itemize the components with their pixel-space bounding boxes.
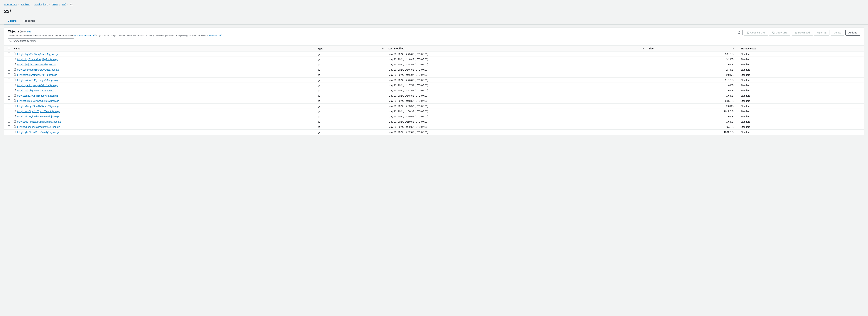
- copy-icon: [747, 31, 749, 34]
- external-icon: [220, 35, 222, 36]
- cell-type: gz: [316, 98, 387, 104]
- cell-modified: May 23, 2024, 14:53:52 (UTC-07:00): [387, 104, 647, 109]
- tab-properties[interactable]: Properties: [20, 17, 39, 25]
- open-button[interactable]: Open: [814, 30, 830, 36]
- cell-size: 918.0 B: [647, 77, 737, 83]
- file-icon: [14, 78, 16, 81]
- row-checkbox[interactable]: [8, 94, 10, 97]
- row-checkbox[interactable]: [8, 131, 10, 133]
- row-checkbox[interactable]: [8, 58, 10, 60]
- refresh-button[interactable]: [736, 30, 743, 35]
- file-icon: [14, 115, 16, 118]
- object-link[interactable]: 01hykpqtjsnkgbterzq1bdxk0t.json.gz: [17, 89, 56, 92]
- cell-size: 2.0 KB: [647, 104, 737, 109]
- object-link[interactable]: 01hykpyhe9fess29zer6ww1y1k.json.gz: [17, 131, 59, 134]
- desc-text-1: Objects are the fundamental entities sto…: [8, 34, 74, 37]
- row-checkbox[interactable]: [8, 68, 10, 71]
- row-checkbox[interactable]: [8, 115, 10, 117]
- cell-type: gz: [316, 62, 387, 67]
- row-checkbox[interactable]: [8, 52, 10, 55]
- row-checkbox[interactable]: [8, 105, 10, 107]
- chevron-right-icon: 〉: [31, 3, 33, 6]
- cell-size: 2.4 KB: [647, 67, 737, 72]
- cell-storage: Standard: [737, 83, 864, 88]
- cell-modified: May 23, 2024, 14:46:07 (UTC-07:00): [387, 77, 647, 83]
- object-link[interactable]: 01hykpvfrmkyh61hen6v29v9sk.json.gz: [17, 115, 59, 118]
- col-name[interactable]: Name▲: [12, 46, 316, 51]
- svg-point-2: [10, 40, 11, 41]
- col-type[interactable]: Type▽: [316, 46, 387, 51]
- row-checkbox[interactable]: [8, 120, 10, 122]
- cell-storage: Standard: [737, 57, 864, 62]
- object-link[interactable]: 01hykpv3hcp13tnc04v9veep39.json.gz: [17, 105, 59, 108]
- row-checkbox[interactable]: [8, 78, 10, 81]
- info-link[interactable]: Info: [27, 31, 31, 33]
- cell-size: 1001.0 B: [647, 130, 737, 135]
- object-link[interactable]: 01hykpxf87tmab82hvmha7mhxp.json.gz: [17, 120, 61, 123]
- cell-modified: May 23, 2024, 14:48:52 (UTC-07:00): [387, 93, 647, 98]
- cell-modified: May 23, 2024, 14:46:07 (UTC-07:00): [387, 72, 647, 77]
- file-icon: [14, 52, 16, 56]
- copy-url-button[interactable]: Copy URL: [769, 30, 790, 36]
- cell-size: 985.0 B: [647, 51, 737, 57]
- breadcrumb-item[interactable]: datadog-logs: [34, 3, 48, 6]
- table-row: 01hykpmf555zfjmqw6t7jk109.json.gzgzMay 2…: [4, 72, 864, 77]
- breadcrumb-item[interactable]: Buckets: [21, 3, 30, 6]
- learn-more-link[interactable]: Learn more: [209, 34, 222, 37]
- object-link[interactable]: 01hykpxkhqans3bjghsqamh65n.json.gz: [17, 126, 60, 128]
- search-icon: [9, 40, 12, 42]
- cell-type: gz: [316, 130, 387, 135]
- tab-objects[interactable]: Objects: [4, 17, 20, 25]
- cell-size: 881.0 B: [647, 98, 737, 104]
- cell-size: 1.6 KB: [647, 62, 737, 67]
- desc-text-2: to get a list of all objects in your buc…: [96, 34, 209, 37]
- object-link[interactable]: 01hykpsn6237yhrh1bd98yyjat.json.gz: [17, 94, 58, 97]
- row-checkbox[interactable]: [8, 89, 10, 92]
- actions-label: Actions: [848, 31, 857, 34]
- row-checkbox[interactable]: [8, 99, 10, 102]
- search-input[interactable]: [13, 40, 72, 42]
- cell-type: gz: [316, 72, 387, 77]
- file-icon: [14, 110, 16, 113]
- cell-storage: Standard: [737, 98, 864, 104]
- panel-description: Objects are the fundamental entities sto…: [8, 34, 736, 37]
- row-checkbox[interactable]: [8, 63, 10, 65]
- table-row: 01hykpqtjsnkgbterzq1bdxk0t.json.gzgzMay …: [4, 88, 864, 93]
- row-checkbox[interactable]: [8, 110, 10, 112]
- object-link[interactable]: 01hykphsp82stahr99xpf9g7cs.json.gz: [17, 58, 58, 61]
- object-link[interactable]: 01hykpvax80gn2k55pd175esn8.json.gz: [17, 110, 60, 113]
- actions-dropdown[interactable]: Actions: [845, 30, 860, 36]
- inventory-link[interactable]: Amazon S3 inventory: [74, 34, 96, 37]
- tabs: Objects Properties: [0, 17, 868, 25]
- object-link[interactable]: 01hykpn4mvb143yzpdtys6s3pr.json.gz: [17, 79, 59, 81]
- row-checkbox[interactable]: [8, 84, 10, 86]
- search-box[interactable]: [8, 38, 74, 43]
- delete-button[interactable]: Delete: [831, 30, 844, 36]
- object-link[interactable]: 01hykpjasjbj8rh1ev142ntshz.json.gz: [17, 63, 56, 66]
- object-link[interactable]: 01hykpp9r3tkqxqpp8v3ddc2yf.json.gz: [17, 84, 58, 87]
- col-size[interactable]: Size▽: [647, 46, 737, 51]
- row-checkbox[interactable]: [8, 126, 10, 128]
- table-row: 01hykphq8v2aq9xdq9rfre5c3q.json.gzgzMay …: [4, 51, 864, 57]
- cell-modified: May 23, 2024, 14:48:47 (UTC-07:00): [387, 57, 647, 62]
- file-icon: [14, 73, 16, 76]
- select-all-checkbox[interactable]: [8, 47, 10, 49]
- col-storage[interactable]: Storage class: [737, 46, 864, 51]
- cell-modified: May 23, 2024, 14:47:52 (UTC-07:00): [387, 88, 647, 93]
- table-row: 01hykpjasjbj8rh1ev142ntshz.json.gzgzMay …: [4, 62, 864, 67]
- object-link[interactable]: 01hykpm5cqygh6b0r8rtvk2dc1.json.gz: [17, 68, 59, 71]
- cell-storage: Standard: [737, 130, 864, 135]
- sort-icon: ▽: [733, 47, 734, 49]
- breadcrumb-item[interactable]: Amazon S3: [4, 3, 17, 6]
- object-link[interactable]: 01hykpt8pn59j7swhpdg0nrq0w.json.gz: [17, 100, 59, 102]
- object-link[interactable]: 01hykpmf555zfjmqw6t7jk109.json.gz: [17, 74, 57, 76]
- breadcrumb-item[interactable]: 2024/: [52, 3, 58, 6]
- col-modified[interactable]: Last modified▽: [387, 46, 647, 51]
- row-checkbox[interactable]: [8, 73, 10, 76]
- copy-s3-uri-button[interactable]: Copy S3 URI: [744, 30, 768, 36]
- object-link[interactable]: 01hykphq8v2aq9xdq9rfre5c3q.json.gz: [17, 53, 58, 56]
- download-button[interactable]: Download: [792, 30, 813, 36]
- breadcrumb-item[interactable]: 05/: [62, 3, 65, 6]
- cell-type: gz: [316, 109, 387, 114]
- panel-title: Objects: [8, 30, 19, 33]
